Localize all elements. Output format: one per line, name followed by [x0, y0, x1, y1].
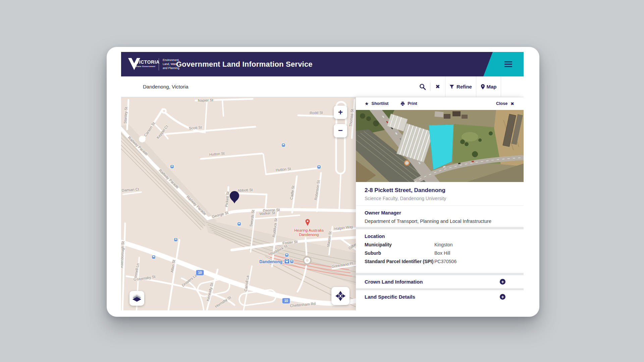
location-row: Standard Parcel Identifier (SPI) PC37050… — [365, 259, 515, 264]
svg-text:Hearing Australia: Hearing Australia — [294, 228, 324, 232]
bus-icon — [290, 260, 294, 263]
aerial-roundabout — [405, 161, 409, 165]
plus-icon[interactable]: + — [338, 108, 343, 117]
owner-manager-heading: Owner Manager — [365, 210, 515, 216]
pan-button[interactable] — [331, 287, 350, 305]
close-button[interactable]: Close ✖ — [496, 101, 514, 106]
location-row: Suburb Box Hill — [365, 250, 515, 256]
bus-icon — [152, 255, 156, 259]
refine-button[interactable]: Refine — [445, 76, 476, 97]
logo-sub: State Government — [136, 65, 160, 67]
location-heading: Location — [365, 234, 515, 239]
owner-manager-section: Owner Manager Department of Transport, P… — [356, 205, 524, 227]
aerial-image — [356, 110, 524, 182]
map-pin-icon — [481, 84, 485, 89]
train-icon — [284, 259, 289, 264]
search-input[interactable]: Dandenong, Victoria — [121, 84, 415, 89]
filter-icon — [449, 84, 454, 89]
desktop-background: VICTORIA State Government Environment, L… — [0, 0, 644, 362]
map-button[interactable]: Map — [476, 76, 501, 97]
location-section: Location Municipality Kingston Suburb Bo… — [356, 229, 524, 273]
shortlist-button[interactable]: ★ Shortlist — [365, 101, 388, 106]
street-label: Napier St — [198, 98, 213, 103]
tablet-frame: VICTORIA State Government Environment, L… — [107, 47, 539, 317]
expand-icon[interactable]: + — [500, 279, 505, 285]
clear-search-button[interactable]: ✖ — [430, 76, 445, 97]
bus-icon — [174, 238, 178, 242]
route-shield: 10 — [282, 298, 290, 304]
search-controls: ✖ Refine Map — [415, 76, 524, 97]
svg-text:Dandenong: Dandenong — [299, 233, 319, 237]
location-row: Municipality Kingston — [365, 242, 515, 247]
printer-icon — [400, 102, 405, 106]
bus-icon — [285, 253, 289, 257]
victoria-logo[interactable]: VICTORIA State Government — [136, 59, 160, 67]
star-icon: ★ — [365, 101, 369, 106]
bus-icon — [237, 222, 241, 226]
accordion-land-specific-details[interactable]: Land Specific Details + — [356, 290, 524, 310]
hamburger-icon — [504, 61, 512, 68]
street-map: Napier StRodd StScott StCarson StKeppel … — [121, 97, 356, 310]
svg-text:10: 10 — [284, 299, 288, 303]
logo-divider — [159, 58, 159, 70]
svg-text:Dandenong: Dandenong — [259, 259, 282, 264]
property-details-panel: ★ Shortlist Print Close ✖ — [356, 97, 524, 310]
app-window: VICTORIA State Government Environment, L… — [121, 52, 524, 310]
close-icon: ✖ — [511, 102, 514, 106]
owner-manager-value: Department of Transport, Planning and Lo… — [365, 219, 515, 224]
map-canvas[interactable]: Napier StRodd StScott StCarson StKeppel … — [121, 97, 356, 310]
panel-toolbar: ★ Shortlist Print Close ✖ — [356, 97, 524, 110]
menu-button[interactable] — [483, 52, 524, 76]
bus-icon — [170, 165, 174, 169]
svg-text:10: 10 — [198, 271, 202, 275]
page-title: Government Land Information Service — [176, 60, 313, 69]
print-button[interactable]: Print — [400, 101, 417, 106]
search-icon — [419, 83, 426, 90]
search-bar: Dandenong, Victoria ✖ — [121, 76, 524, 97]
station-marker[interactable]: Dandenong — [259, 259, 289, 264]
expand-icon[interactable]: + — [500, 294, 505, 300]
street-label: Rodd St — [310, 110, 323, 115]
accordion-crown-land-information[interactable]: Crown Land Information + — [356, 275, 524, 288]
logo-brand: VICTORIA — [136, 59, 160, 65]
minus-icon[interactable]: − — [338, 126, 343, 135]
route-shield: 10 — [196, 270, 204, 276]
bus-icon — [282, 143, 285, 147]
street-label: Abbott St — [237, 188, 253, 192]
main-area: Napier StRodd StScott StCarson StKeppel … — [121, 97, 524, 310]
search-button[interactable] — [415, 76, 430, 97]
aerial-photo[interactable] — [356, 110, 524, 182]
property-summary: 2-8 Pickett Street, Dandenong Science Fa… — [356, 182, 524, 205]
close-icon: ✖ — [435, 84, 440, 89]
property-description: Science Faculty, Dandenong University — [365, 196, 515, 201]
property-address: 2-8 Pickett Street, Dandenong — [365, 187, 515, 194]
app-header: VICTORIA State Government Environment, L… — [121, 52, 524, 76]
map-background — [121, 97, 356, 310]
bus-icon — [317, 165, 321, 169]
